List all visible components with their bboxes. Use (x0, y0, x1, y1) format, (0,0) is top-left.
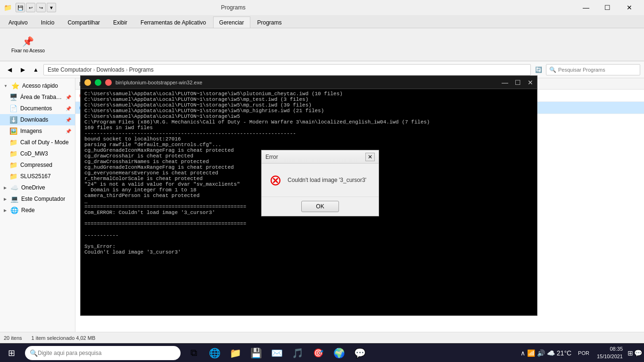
tab-arquivo[interactable]: Arquivo (2, 16, 34, 28)
path-programs: Programs (129, 66, 154, 73)
sidebar-item-downloads[interactable]: ⬇️ Downloads 📌 (0, 114, 75, 125)
dialog-close-button[interactable]: ✕ (365, 153, 375, 161)
taskbar-icon-store[interactable]: 💾 (247, 344, 265, 362)
status-bar: 20 itens 1 item selecionado 4,02 MB (0, 332, 644, 343)
taskbar-pinned-icons: ⧉ 🌐 📁 💾 ✉️ 🎵 🎯 🌍 💬 (184, 344, 369, 362)
refresh-button[interactable]: 🔄 (533, 64, 544, 75)
pin-icon: 📌 (22, 36, 34, 47)
console-title-bar: bin\plutonium-bootstrapper-win32.exe — ☐… (81, 76, 537, 89)
weather-icon: ☁️ (547, 349, 555, 357)
dropdown-btn[interactable]: ▼ (47, 3, 56, 12)
taskbar-icon-discord[interactable]: 💬 (350, 344, 369, 362)
tab-gerenciar[interactable]: Gerenciar (213, 16, 250, 28)
window-title: Programs (221, 4, 246, 11)
console-close-btn[interactable] (105, 79, 112, 86)
maximize-button[interactable]: ☐ (597, 0, 619, 15)
sidebar-item-imagens[interactable]: 🖼️ Imagens 📌 (0, 125, 75, 137)
console-minimize-btn[interactable] (84, 79, 91, 86)
system-tray: ∧ 📶 🔊 ☁️ 21°C (517, 349, 575, 357)
taskbar-icon-task-view[interactable]: ⧉ (184, 344, 203, 362)
taskbar-icon-mail[interactable]: ✉️ (267, 344, 286, 362)
sidebar-item-desktop[interactable]: 🖥️ Área de Trabalho 📌 (0, 91, 75, 103)
taskbar-search-input[interactable] (38, 350, 176, 356)
tab-exibir[interactable]: Exibir (107, 16, 133, 28)
close-button[interactable]: ✕ (619, 0, 640, 15)
sidebar-label: Compressed (20, 162, 52, 168)
ribbon-tabs: Arquivo Início Compartilhar Exibir Ferra… (0, 15, 644, 28)
taskbar-icon-edge[interactable]: 🌐 (205, 344, 224, 362)
taskbar-search[interactable]: 🔍 (25, 346, 181, 360)
sidebar-item-onedrive[interactable]: ▶ ☁️ OneDrive (0, 182, 75, 193)
error-dialog: Error ✕ ⊗ Couldn't load image '3_cursor3… (261, 150, 379, 216)
console-win-maximize[interactable]: ☐ (515, 79, 521, 86)
tab-compartilhar[interactable]: Compartilhar (61, 16, 106, 28)
sidebar-item-cod-mw3[interactable]: 📁 CoD_MW3 (0, 148, 75, 159)
console-win-close[interactable]: ✕ (528, 79, 533, 86)
dialog-title-bar: Error ✕ (262, 150, 379, 164)
sidebar-label: Área de Trabalho (20, 94, 63, 100)
cloud-icon: ☁️ (10, 184, 18, 191)
ribbon-btn-1[interactable]: 📌 Fixar no Acesso (8, 34, 49, 55)
sidebar-label: Call of Duty - Mode (20, 139, 69, 146)
taskbar-icon-browser[interactable]: 🌍 (330, 344, 348, 362)
tab-programs[interactable]: Programs (251, 16, 288, 28)
clock-time: 08:35 (597, 346, 623, 353)
start-button[interactable]: ⊞ (0, 344, 23, 362)
forward-button[interactable]: ▶ (17, 64, 28, 75)
sidebar: ▼ ⭐ Acesso rápido 🖥️ Área de Trabalho 📌 … (0, 78, 75, 332)
dialog-message: Couldn't load image '3_cursor3' (288, 176, 366, 184)
star-icon: ⭐ (11, 82, 19, 90)
network-tray-icon[interactable]: 📶 (527, 349, 535, 357)
ribbon-buttons: 📌 Fixar no Acesso (8, 34, 49, 55)
windows-icon: ⊞ (8, 348, 15, 358)
taskbar-icon-game[interactable]: 🎯 (309, 344, 328, 362)
up-button[interactable]: ▲ (30, 64, 41, 75)
dialog-ok-button[interactable]: OK (301, 201, 339, 212)
sidebar-item-documentos[interactable]: 📄 Documentos 📌 (0, 103, 75, 114)
sidebar-label: Imagens (20, 128, 42, 134)
sidebar-label: SLUS25167 (20, 173, 51, 180)
notification-icon[interactable]: 💬 (634, 349, 642, 357)
sidebar-item-slus[interactable]: 📁 SLUS25167 (0, 171, 75, 182)
title-bar-left: 📁 💾 ↩ ↪ ▼ (4, 3, 56, 12)
taskbar-icon-music[interactable]: 🎵 (288, 344, 307, 362)
sidebar-label: Documentos (20, 105, 52, 112)
back-button[interactable]: ◀ (4, 64, 15, 75)
redo-btn[interactable]: ↪ (36, 3, 46, 12)
volume-tray-icon[interactable]: 🔊 (537, 349, 545, 357)
sidebar-item-este-computador[interactable]: ▶ 💻 Este Computador (0, 193, 75, 205)
minimize-button[interactable]: — (575, 0, 597, 15)
taskbar: ⊞ 🔍 ⧉ 🌐 📁 💾 ✉️ 🎵 🎯 🌍 💬 ∧ 📶 🔊 ☁️ 21°C POR… (0, 343, 644, 362)
search-input[interactable] (558, 67, 637, 73)
network-icon: 🌐 (10, 206, 18, 214)
console-win-minimize[interactable]: — (502, 79, 508, 86)
folder-icon: 📁 (9, 139, 17, 146)
console-maximize-btn[interactable] (95, 79, 101, 86)
layout-icon[interactable]: ⊞ (627, 349, 633, 357)
undo-btn[interactable]: ↩ (26, 3, 35, 12)
tray-expand[interactable]: ∧ (520, 349, 525, 357)
taskbar-search-icon: 🔍 (30, 349, 38, 357)
tab-inicio[interactable]: Início (35, 16, 61, 28)
window-controls: — ☐ ✕ (575, 0, 640, 15)
folder-icon: 📁 (9, 150, 17, 157)
taskbar-icon-explorer[interactable]: 📁 (226, 344, 245, 362)
sidebar-label: Rede (21, 207, 35, 214)
sidebar-label: CoD_MW3 (20, 150, 48, 157)
path-computer: Este Computador (48, 66, 91, 73)
sidebar-item-cod-mode[interactable]: 📁 Call of Duty - Mode (0, 137, 75, 148)
tab-ferramentas[interactable]: Ferramentas de Aplicativo (134, 16, 212, 28)
save-btn[interactable]: 💾 (16, 3, 25, 12)
downloads-icon: ⬇️ (9, 116, 17, 123)
sidebar-item-compressed[interactable]: 📁 Compressed (0, 159, 75, 171)
sidebar-label: Este Computador (21, 196, 65, 202)
search-box[interactable]: 🔍 (546, 64, 640, 75)
folder-icon: 📁 (9, 173, 17, 180)
sidebar-item-acesso-rapido[interactable]: ▼ ⭐ Acesso rápido (0, 80, 75, 91)
item-count: 20 itens (4, 335, 22, 341)
computer-icon: 💻 (10, 195, 18, 203)
folder-icon: 📁 (9, 161, 17, 169)
language-indicator[interactable]: POR (575, 350, 592, 356)
address-path[interactable]: Este Computador › Downloads › Programs (43, 64, 531, 75)
sidebar-item-rede[interactable]: ▶ 🌐 Rede (0, 205, 75, 216)
